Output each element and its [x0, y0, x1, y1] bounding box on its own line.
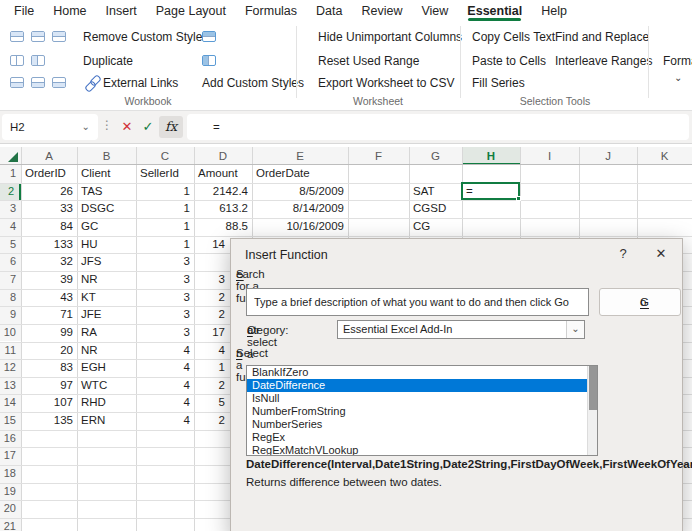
- paste-to-cells-button[interactable]: Paste to Cells: [472, 54, 546, 68]
- cell-A3[interactable]: 33: [21, 200, 77, 218]
- cell-B8[interactable]: KT: [77, 289, 136, 307]
- function-item-blankifzero[interactable]: BlankIfZero: [247, 366, 597, 379]
- tab-formulas[interactable]: Formulas: [245, 0, 297, 22]
- column-header-A[interactable]: A: [21, 147, 77, 165]
- cell-G4[interactable]: CG: [409, 218, 462, 236]
- cell-C11[interactable]: 4: [136, 342, 194, 360]
- cell-D8[interactable]: 2: [194, 289, 229, 307]
- column-header-D[interactable]: D: [194, 147, 252, 165]
- cell-A8[interactable]: 43: [21, 289, 77, 307]
- cell-G2[interactable]: SAT: [409, 183, 462, 201]
- cell-A13[interactable]: 97: [21, 377, 77, 395]
- cell-B13[interactable]: WTC: [77, 377, 136, 395]
- search-function-input[interactable]: [246, 288, 589, 316]
- table-style-icon-5[interactable]: [31, 55, 45, 66]
- row-header-4[interactable]: 4: [0, 218, 21, 236]
- row-header-3[interactable]: 3: [0, 200, 21, 218]
- select-all-button[interactable]: [0, 147, 21, 165]
- formula-input[interactable]: =: [187, 114, 689, 140]
- function-item-regex[interactable]: RegEx: [247, 431, 597, 444]
- row-header-21[interactable]: 21: [0, 518, 21, 531]
- table-style-icon-4[interactable]: [10, 55, 24, 66]
- cell-C9[interactable]: 3: [136, 306, 194, 324]
- cell-D13[interactable]: 2: [194, 377, 229, 395]
- tab-review[interactable]: Review: [361, 0, 402, 22]
- cell-E3[interactable]: 8/14/2009: [252, 200, 348, 218]
- row-header-11[interactable]: 11: [0, 342, 21, 360]
- cell-D9[interactable]: 2: [194, 306, 229, 324]
- help-icon[interactable]: ?: [613, 246, 633, 261]
- cell-B3[interactable]: DSGC: [77, 200, 136, 218]
- row-header-5[interactable]: 5: [0, 236, 21, 254]
- cell-E2[interactable]: 8/5/2009: [252, 183, 348, 201]
- cell-D4[interactable]: 88.5: [194, 218, 252, 236]
- custom-style-icon-top[interactable]: [202, 31, 216, 42]
- go-button[interactable]: Go: [599, 288, 681, 316]
- function-item-numberfromstring[interactable]: NumberFromString: [247, 405, 597, 418]
- function-item-datedifference[interactable]: DateDifference: [247, 379, 597, 392]
- chevron-down-icon[interactable]: ⌄: [674, 72, 682, 83]
- cancel-icon[interactable]: ✕: [118, 116, 136, 138]
- format-button[interactable]: Format: [663, 54, 692, 68]
- table-style-icon-3[interactable]: [52, 31, 66, 42]
- row-header-10[interactable]: 10: [0, 324, 21, 342]
- row-header-18[interactable]: 18: [0, 465, 21, 483]
- cell-B10[interactable]: RA: [77, 324, 136, 342]
- cell-C2[interactable]: 1: [136, 183, 194, 201]
- cell-B12[interactable]: EGH: [77, 359, 136, 377]
- cell-B5[interactable]: HU: [77, 236, 136, 254]
- cell-D11[interactable]: 4: [194, 342, 229, 360]
- cell-A2[interactable]: 26: [21, 183, 77, 201]
- cell-C13[interactable]: 4: [136, 377, 194, 395]
- tab-help[interactable]: Help: [541, 0, 567, 22]
- cell-D15[interactable]: 2: [194, 412, 229, 430]
- cell-A4[interactable]: 84: [21, 218, 77, 236]
- cell-H2[interactable]: =: [462, 183, 520, 201]
- fill-series-button[interactable]: Fill Series: [472, 76, 525, 90]
- cell-C14[interactable]: 4: [136, 394, 194, 412]
- cell-D7[interactable]: 3: [194, 271, 229, 289]
- cell-E4[interactable]: 10/16/2009: [252, 218, 348, 236]
- external-links-button[interactable]: External Links: [103, 76, 178, 90]
- cell-D10[interactable]: 17: [194, 324, 229, 342]
- row-header-9[interactable]: 9: [0, 306, 21, 324]
- enter-icon[interactable]: ✓: [139, 116, 157, 138]
- row-header-13[interactable]: 13: [0, 377, 21, 395]
- function-item-regexmatchvlookup[interactable]: RegExMatchVLookup: [247, 444, 597, 456]
- row-header-12[interactable]: 12: [0, 359, 21, 377]
- cell-A9[interactable]: 71: [21, 306, 77, 324]
- add-custom-styles-button[interactable]: Add Custom Styles: [202, 76, 304, 90]
- function-item-isnull[interactable]: IsNull: [247, 392, 597, 405]
- cell-B2[interactable]: TAS: [77, 183, 136, 201]
- row-header-14[interactable]: 14: [0, 394, 21, 412]
- cell-D1[interactable]: Amount: [194, 165, 252, 183]
- column-header-C[interactable]: C: [136, 147, 194, 165]
- cell-C1[interactable]: SellerId: [136, 165, 194, 183]
- tab-insert[interactable]: Insert: [106, 0, 137, 22]
- row-header-7[interactable]: 7: [0, 271, 21, 289]
- find-and-replace-button[interactable]: Find and Replace: [555, 30, 649, 44]
- cell-D2[interactable]: 2142.4: [194, 183, 252, 201]
- tab-view[interactable]: View: [421, 0, 448, 22]
- cell-A14[interactable]: 107: [21, 394, 77, 412]
- scrollbar-thumb[interactable]: [589, 366, 597, 410]
- cell-A12[interactable]: 83: [21, 359, 77, 377]
- cell-C3[interactable]: 1: [136, 200, 194, 218]
- cell-C15[interactable]: 4: [136, 412, 194, 430]
- cell-C10[interactable]: 3: [136, 324, 194, 342]
- cell-B4[interactable]: GC: [77, 218, 136, 236]
- cell-D12[interactable]: 1: [194, 359, 229, 377]
- column-header-E[interactable]: E: [252, 147, 348, 165]
- row-header-20[interactable]: 20: [0, 500, 21, 518]
- cell-B9[interactable]: JFE: [77, 306, 136, 324]
- column-header-F[interactable]: F: [348, 147, 409, 165]
- cell-A15[interactable]: 135: [21, 412, 77, 430]
- row-header-16[interactable]: 16: [0, 430, 21, 448]
- cell-B7[interactable]: NR: [77, 271, 136, 289]
- function-item-numberseries[interactable]: NumberSeries: [247, 418, 597, 431]
- cell-A6[interactable]: 32: [21, 253, 77, 271]
- row-header-6[interactable]: 6: [0, 253, 21, 271]
- row-header-15[interactable]: 15: [0, 412, 21, 430]
- insert-function-icon[interactable]: fx: [159, 116, 183, 138]
- cell-E1[interactable]: OrderDate: [252, 165, 348, 183]
